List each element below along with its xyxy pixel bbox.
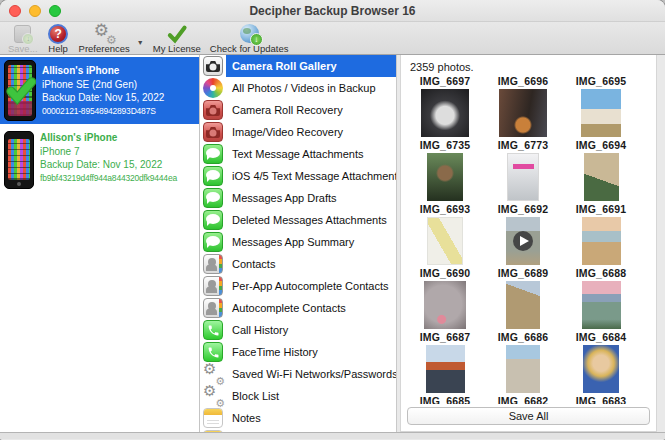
photo-item[interactable]: IMG_6697 bbox=[406, 75, 484, 139]
play-icon bbox=[513, 231, 533, 251]
photo-label: IMG_6697 bbox=[420, 75, 471, 88]
photo-thumbnail bbox=[424, 281, 466, 329]
category-item-messages-app-drafts[interactable]: Messages App Drafts bbox=[200, 187, 396, 209]
photo-item[interactable]: IMG_6688 bbox=[562, 267, 640, 331]
help-button[interactable]: ? Help bbox=[47, 23, 70, 54]
help-icon: ? bbox=[47, 23, 70, 44]
photo-label: IMG_6683 bbox=[576, 395, 627, 404]
photo-label: IMG_6696 bbox=[498, 75, 549, 88]
message-bubble-icon bbox=[203, 210, 223, 230]
category-item-ios45-text-message-attachments[interactable]: iOS 4/5 Text Message Attachments bbox=[200, 165, 396, 187]
camera-icon bbox=[203, 56, 223, 76]
photo-item[interactable]: IMG_6683 bbox=[562, 395, 640, 404]
message-bubble-icon bbox=[203, 144, 223, 164]
title-bar: Decipher Backup Browser 16 bbox=[0, 0, 665, 22]
category-item-contacts[interactable]: Contacts bbox=[200, 253, 396, 275]
photo-item[interactable]: IMG_6684 bbox=[562, 331, 640, 395]
photo-item[interactable]: IMG_6682 bbox=[484, 395, 562, 404]
category-label: Saved Wi-Fi Networks/Passwords bbox=[226, 363, 396, 385]
toolbar: Save... ? Help Preferences ▼ My License … bbox=[0, 22, 665, 55]
category-item-autocomplete-contacts[interactable]: Autocomplete Contacts bbox=[200, 297, 396, 319]
category-item-all-photos-videos[interactable]: All Photos / Videos in Backup bbox=[200, 77, 396, 99]
phone-icon bbox=[203, 320, 223, 340]
category-label: Image/Video Recovery bbox=[226, 121, 396, 143]
photo-thumbnail bbox=[584, 153, 619, 201]
photo-count: 2359 photos. bbox=[401, 55, 656, 75]
main-content: Allison's iPhone iPhone SE (2nd Gen) Bac… bbox=[0, 55, 665, 432]
photo-item[interactable]: IMG_6693 bbox=[406, 203, 484, 267]
preferences-button[interactable]: Preferences bbox=[79, 23, 130, 54]
contacts-icon bbox=[203, 298, 223, 318]
save-button[interactable]: Save... bbox=[8, 23, 38, 54]
help-label: Help bbox=[48, 44, 68, 54]
photo-item[interactable]: IMG_6690 bbox=[406, 267, 484, 331]
photo-label: IMG_6773 bbox=[498, 139, 549, 152]
category-label: Camera Roll Recovery bbox=[226, 99, 396, 121]
backup-date: Backup Date: Nov 15, 2022 bbox=[42, 91, 164, 105]
photo-item[interactable]: IMG_6735 bbox=[406, 139, 484, 203]
photo-item[interactable]: IMG_6689 bbox=[484, 267, 562, 331]
category-label: Notes bbox=[226, 407, 396, 429]
photo-thumbnail bbox=[582, 281, 621, 329]
photo-item[interactable]: IMG_6691 bbox=[562, 203, 640, 267]
green-check-icon bbox=[6, 75, 36, 105]
window-title: Decipher Backup Browser 16 bbox=[0, 0, 665, 22]
photo-label: IMG_6695 bbox=[576, 75, 627, 88]
app-window: Decipher Backup Browser 16 Save... ? Hel… bbox=[0, 0, 665, 440]
backup-item-iphone-se[interactable]: Allison's iPhone iPhone SE (2nd Gen) Bac… bbox=[0, 57, 199, 124]
save-label: Save... bbox=[8, 44, 38, 54]
photo-item[interactable]: IMG_6694 bbox=[562, 139, 640, 203]
photo-label: IMG_6685 bbox=[420, 395, 471, 404]
photo-label: IMG_6684 bbox=[576, 331, 627, 344]
photo-label: IMG_6690 bbox=[420, 267, 471, 280]
phone-icon bbox=[203, 342, 223, 362]
category-item-saved-wifi-networks[interactable]: Saved Wi-Fi Networks/Passwords bbox=[200, 363, 396, 385]
category-list: Camera Roll Gallery All Photos / Videos … bbox=[200, 55, 397, 432]
category-item-per-app-autocomplete-contacts[interactable]: Per-App Autocomplete Contacts bbox=[200, 275, 396, 297]
photo-label: IMG_6689 bbox=[498, 267, 549, 280]
category-item-deleted-messages-attachments[interactable]: Deleted Messages Attachments bbox=[200, 209, 396, 231]
photo-item[interactable]: IMG_6687 bbox=[406, 331, 484, 395]
photo-thumbnail bbox=[582, 217, 621, 265]
category-item-messages-app-summary[interactable]: Messages App Summary bbox=[200, 231, 396, 253]
category-item-notes[interactable]: Notes bbox=[200, 407, 396, 429]
camera-recovery-icon bbox=[203, 122, 223, 142]
backup-item-iphone-7[interactable]: Allison's iPhone iPhone 7 Backup Date: N… bbox=[0, 124, 199, 192]
photo-item[interactable]: IMG_6685 bbox=[406, 395, 484, 404]
video-item[interactable]: IMG_6692 bbox=[484, 203, 562, 267]
window-bottom-edge bbox=[0, 432, 665, 439]
category-item-block-list[interactable]: Block List bbox=[200, 385, 396, 407]
category-item-text-message-attachments[interactable]: Text Message Attachments bbox=[200, 143, 396, 165]
category-label: Call History bbox=[226, 319, 396, 341]
photo-thumbnail bbox=[427, 217, 463, 265]
check-for-updates-button[interactable]: Check for Updates bbox=[210, 23, 289, 54]
message-bubble-icon bbox=[203, 166, 223, 186]
photo-label: IMG_6692 bbox=[498, 203, 549, 216]
iphone-thumbnail bbox=[4, 131, 34, 189]
category-item-image-video-recovery[interactable]: Image/Video Recovery bbox=[200, 121, 396, 143]
category-item-facetime-history[interactable]: FaceTime History bbox=[200, 341, 396, 363]
category-label: Per-App Autocomplete Contacts bbox=[226, 275, 396, 297]
category-item-partial[interactable] bbox=[200, 429, 396, 432]
photo-label: IMG_6688 bbox=[576, 267, 627, 280]
photo-thumbnail bbox=[507, 153, 539, 201]
category-item-camera-roll-gallery[interactable]: Camera Roll Gallery bbox=[200, 55, 396, 77]
category-item-call-history[interactable]: Call History bbox=[200, 319, 396, 341]
photo-thumbnail bbox=[426, 345, 465, 393]
save-all-row: Save All bbox=[401, 404, 656, 431]
my-license-button[interactable]: My License bbox=[153, 23, 201, 54]
chevron-down-icon[interactable]: ▼ bbox=[137, 39, 144, 46]
category-label: iOS 4/5 Text Message Attachments bbox=[226, 165, 396, 187]
save-all-button[interactable]: Save All bbox=[407, 407, 650, 425]
category-item-camera-roll-recovery[interactable]: Camera Roll Recovery bbox=[200, 99, 396, 121]
category-label: Block List bbox=[226, 385, 396, 407]
category-label: Messages App Summary bbox=[226, 231, 396, 253]
backup-date: Backup Date: Nov 15, 2022 bbox=[40, 158, 177, 172]
category-label: Deleted Messages Attachments bbox=[226, 209, 396, 231]
photo-item[interactable]: IMG_6695 bbox=[562, 75, 640, 139]
photo-item[interactable]: IMG_6773 bbox=[484, 139, 562, 203]
photo-label: IMG_6694 bbox=[576, 139, 627, 152]
photo-item[interactable]: IMG_6686 bbox=[484, 331, 562, 395]
photo-item[interactable]: IMG_6696 bbox=[484, 75, 562, 139]
backup-name: Allison's iPhone bbox=[42, 64, 164, 78]
